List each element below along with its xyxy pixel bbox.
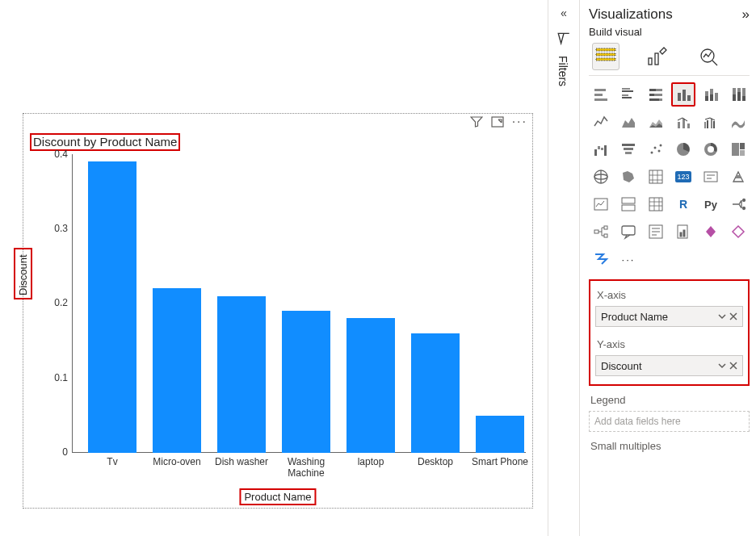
xaxis-field-well[interactable]: Product Name bbox=[595, 306, 743, 327]
svg-rect-15 bbox=[649, 89, 656, 91]
x-tick: Washing Machine bbox=[274, 456, 338, 479]
viz-funnel[interactable] bbox=[616, 137, 640, 161]
bar[interactable] bbox=[88, 161, 136, 453]
viz-waterfall[interactable] bbox=[589, 137, 613, 161]
viz-power-apps[interactable] bbox=[699, 220, 723, 244]
viz-table[interactable] bbox=[644, 192, 668, 216]
focus-mode-icon[interactable] bbox=[491, 115, 504, 128]
viz-slicer[interactable] bbox=[616, 192, 640, 216]
filters-pane-collapsed[interactable]: « Filters bbox=[548, 0, 580, 536]
svg-point-48 bbox=[651, 152, 653, 154]
analytics-tab[interactable] bbox=[695, 43, 723, 70]
svg-rect-20 bbox=[678, 93, 681, 101]
filters-pane-label: Filters bbox=[556, 56, 569, 86]
viz-power-automate[interactable] bbox=[589, 247, 613, 271]
viz-qa[interactable] bbox=[616, 220, 640, 244]
more-options-icon[interactable]: ··· bbox=[512, 115, 527, 129]
viz-gauge[interactable]: 123 bbox=[671, 165, 695, 189]
viz-line-stacked-column[interactable] bbox=[671, 110, 695, 134]
svg-rect-60 bbox=[649, 170, 662, 183]
build-visual-tab[interactable] bbox=[592, 43, 620, 70]
xaxis-label: X-axis bbox=[597, 289, 743, 301]
viz-stacked-area[interactable] bbox=[644, 110, 668, 134]
svg-rect-70 bbox=[604, 226, 607, 229]
svg-rect-34 bbox=[678, 122, 680, 128]
build-visual-label: Build visual bbox=[589, 26, 750, 41]
svg-rect-12 bbox=[622, 94, 628, 96]
viz-r[interactable]: R bbox=[671, 192, 695, 216]
viz-clustered-bar-h[interactable] bbox=[616, 82, 640, 107]
y-tick: 0.4 bbox=[40, 149, 68, 160]
svg-rect-64 bbox=[622, 198, 635, 203]
x-tick: Dish washer bbox=[209, 456, 274, 467]
viz-map[interactable] bbox=[589, 165, 613, 189]
svg-rect-72 bbox=[622, 226, 635, 235]
chevron-down-icon[interactable] bbox=[718, 311, 726, 323]
bar[interactable] bbox=[476, 416, 524, 453]
svg-rect-74 bbox=[678, 225, 687, 238]
viz-treemap[interactable] bbox=[726, 137, 750, 161]
viz-decomposition[interactable] bbox=[589, 220, 613, 244]
svg-point-51 bbox=[660, 144, 662, 147]
visualizations-title: Visualizations bbox=[589, 6, 673, 23]
viz-filled-map[interactable] bbox=[616, 165, 640, 189]
legend-field-well[interactable]: Add data fields here bbox=[589, 411, 750, 432]
viz-narrative[interactable] bbox=[644, 220, 668, 244]
y-tick: 0.1 bbox=[40, 372, 68, 383]
svg-point-50 bbox=[658, 150, 661, 153]
viz-card[interactable] bbox=[699, 165, 723, 189]
svg-rect-19 bbox=[649, 98, 659, 101]
svg-rect-56 bbox=[740, 143, 745, 149]
viz-donut[interactable] bbox=[699, 137, 723, 161]
filter-icon[interactable] bbox=[470, 115, 483, 128]
y-tick: 0 bbox=[40, 446, 68, 458]
viz-pie[interactable] bbox=[671, 137, 695, 161]
svg-point-54 bbox=[708, 146, 714, 153]
svg-rect-33 bbox=[742, 96, 746, 101]
viz-key-influencers[interactable] bbox=[726, 192, 750, 216]
svg-rect-3 bbox=[596, 58, 615, 61]
legend-label: Legend bbox=[590, 394, 750, 406]
viz-clustered-column[interactable] bbox=[671, 82, 695, 107]
viz-line-clustered-column[interactable] bbox=[699, 110, 723, 134]
svg-rect-65 bbox=[622, 205, 635, 211]
svg-point-49 bbox=[654, 147, 657, 149]
yaxis-field-well[interactable]: Discount bbox=[595, 355, 743, 376]
svg-rect-2 bbox=[596, 53, 615, 56]
viz-stacked-bar-100[interactable] bbox=[644, 82, 668, 107]
expand-chevron-icon[interactable]: » bbox=[742, 6, 750, 23]
viz-line[interactable] bbox=[589, 110, 613, 134]
chart-visual-container[interactable]: ··· Discount by Product Name Discount 0 … bbox=[23, 113, 533, 509]
svg-rect-76 bbox=[683, 230, 685, 237]
viz-area[interactable] bbox=[616, 110, 640, 134]
viz-kpi[interactable] bbox=[589, 192, 613, 216]
viz-get-more[interactable] bbox=[726, 220, 750, 244]
format-visual-tab[interactable] bbox=[644, 43, 671, 70]
viz-ribbon[interactable] bbox=[726, 110, 750, 134]
bar[interactable] bbox=[153, 288, 201, 453]
chevron-down-icon[interactable] bbox=[718, 360, 726, 372]
bar[interactable] bbox=[282, 311, 330, 453]
viz-stacked-column-100[interactable] bbox=[726, 82, 750, 107]
svg-rect-40 bbox=[713, 121, 715, 128]
svg-rect-43 bbox=[601, 148, 603, 150]
viz-stacked-column[interactable] bbox=[699, 82, 723, 107]
viz-multi-row-card[interactable] bbox=[726, 165, 750, 189]
viz-py[interactable]: Py bbox=[699, 192, 723, 216]
xaxis-field-name: Product Name bbox=[601, 311, 668, 323]
remove-field-icon[interactable] bbox=[729, 311, 737, 323]
bar[interactable] bbox=[346, 318, 395, 453]
viz-azure-map[interactable] bbox=[644, 165, 668, 189]
viz-more-ellipsis[interactable]: ··· bbox=[616, 247, 640, 271]
viz-stacked-bar-h[interactable] bbox=[589, 82, 613, 107]
svg-rect-61 bbox=[704, 172, 717, 182]
viz-paginated[interactable] bbox=[671, 220, 695, 244]
y-axis-label: Discount bbox=[17, 248, 29, 299]
collapse-chevron-icon[interactable]: « bbox=[548, 0, 579, 26]
svg-rect-1 bbox=[596, 48, 615, 51]
remove-field-icon[interactable] bbox=[729, 360, 737, 372]
bar[interactable] bbox=[217, 296, 266, 453]
svg-rect-5 bbox=[655, 53, 658, 65]
viz-scatter[interactable] bbox=[644, 137, 668, 161]
bar[interactable] bbox=[411, 333, 460, 453]
